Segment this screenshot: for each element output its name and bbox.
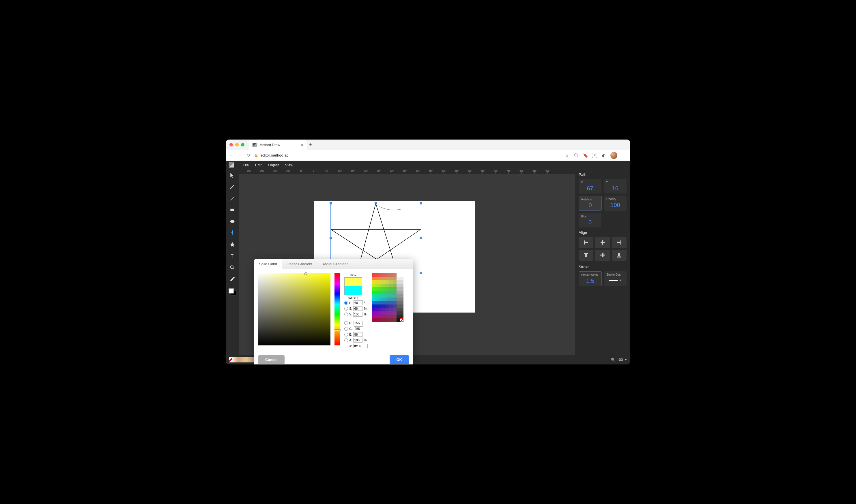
swatch[interactable] bbox=[372, 315, 375, 318]
resize-handle[interactable] bbox=[420, 237, 422, 239]
swatch[interactable] bbox=[372, 298, 375, 301]
swatch[interactable] bbox=[396, 291, 400, 294]
swatch[interactable] bbox=[382, 284, 386, 287]
swatch[interactable] bbox=[386, 311, 389, 315]
swatch[interactable] bbox=[379, 298, 382, 301]
resize-handle[interactable] bbox=[375, 202, 377, 204]
prop-blur[interactable]: Blur0 bbox=[579, 213, 601, 228]
shape-tool[interactable] bbox=[228, 240, 236, 249]
swatch[interactable] bbox=[389, 308, 393, 311]
swatch[interactable] bbox=[389, 277, 393, 280]
align-top-button[interactable] bbox=[579, 250, 593, 260]
swatch[interactable] bbox=[400, 308, 404, 311]
swatch[interactable] bbox=[382, 301, 386, 305]
swatch[interactable] bbox=[372, 291, 375, 294]
swatch[interactable] bbox=[396, 284, 400, 287]
swatch[interactable] bbox=[396, 298, 400, 301]
swatch[interactable] bbox=[386, 294, 389, 298]
swatch[interactable] bbox=[379, 273, 382, 277]
swatch[interactable] bbox=[379, 291, 382, 294]
saturation-value-picker[interactable] bbox=[258, 273, 330, 345]
swatch[interactable] bbox=[386, 287, 389, 291]
swatch[interactable] bbox=[396, 280, 400, 284]
sat-radio[interactable] bbox=[344, 307, 348, 310]
swatch[interactable] bbox=[379, 318, 382, 322]
blue-radio[interactable] bbox=[344, 333, 348, 337]
swatch[interactable] bbox=[389, 305, 393, 308]
maximize-window-button[interactable] bbox=[241, 143, 244, 146]
swatch[interactable] bbox=[382, 305, 386, 308]
resize-handle[interactable] bbox=[330, 202, 332, 204]
swatch[interactable] bbox=[386, 318, 389, 322]
swatch[interactable] bbox=[375, 318, 379, 322]
new-tab-button[interactable]: + bbox=[309, 142, 312, 148]
swatch[interactable] bbox=[393, 273, 396, 277]
swatch[interactable] bbox=[375, 291, 379, 294]
swatch[interactable] bbox=[389, 294, 393, 298]
swatch[interactable] bbox=[382, 277, 386, 280]
swatch[interactable] bbox=[379, 280, 382, 284]
extension-icon[interactable]: 🔖 bbox=[583, 153, 588, 158]
swatch[interactable] bbox=[379, 315, 382, 318]
swatch[interactable] bbox=[396, 305, 400, 308]
swatch[interactable] bbox=[382, 311, 386, 315]
swatch[interactable] bbox=[386, 298, 389, 301]
align-center-h-button[interactable] bbox=[595, 237, 610, 248]
alpha-radio[interactable] bbox=[344, 339, 348, 342]
menu-file[interactable]: File bbox=[243, 163, 249, 167]
val-radio[interactable] bbox=[344, 312, 348, 316]
swatch[interactable] bbox=[400, 287, 404, 291]
forward-button[interactable]: → bbox=[238, 152, 243, 158]
swatch[interactable] bbox=[389, 280, 393, 284]
swatch[interactable] bbox=[372, 287, 375, 291]
swatch[interactable] bbox=[379, 308, 382, 311]
swatch[interactable] bbox=[386, 301, 389, 305]
fill-color-swatch[interactable] bbox=[228, 288, 234, 293]
swatch[interactable] bbox=[386, 315, 389, 318]
swatch[interactable] bbox=[379, 301, 382, 305]
swatch[interactable] bbox=[393, 315, 396, 318]
swatch[interactable] bbox=[400, 284, 404, 287]
browser-tab[interactable]: Method Draw × bbox=[249, 140, 307, 150]
swatch[interactable] bbox=[386, 277, 389, 280]
swatch[interactable] bbox=[393, 294, 396, 298]
resize-handle[interactable] bbox=[420, 202, 422, 204]
swatch[interactable] bbox=[386, 284, 389, 287]
swatch[interactable] bbox=[400, 277, 404, 280]
swatch[interactable] bbox=[379, 277, 382, 280]
select-tool[interactable] bbox=[228, 171, 236, 179]
swatch[interactable] bbox=[396, 273, 400, 277]
swatch[interactable] bbox=[386, 291, 389, 294]
swatch[interactable] bbox=[393, 311, 396, 315]
swatch[interactable] bbox=[372, 311, 375, 315]
zoom-control[interactable]: 🔍 100 ▼ bbox=[611, 358, 627, 362]
swatch[interactable] bbox=[379, 305, 382, 308]
swatch[interactable] bbox=[389, 291, 393, 294]
swatch[interactable] bbox=[382, 308, 386, 311]
swatch[interactable] bbox=[372, 318, 375, 322]
extension-icon-2[interactable]: ◐ bbox=[601, 153, 606, 158]
swatch[interactable] bbox=[393, 308, 396, 311]
swatch[interactable] bbox=[372, 280, 375, 284]
url-field[interactable]: 🔒 editor.method.ac bbox=[254, 153, 561, 158]
swatch[interactable] bbox=[379, 287, 382, 291]
swatch[interactable] bbox=[372, 301, 375, 305]
swatch[interactable] bbox=[393, 284, 396, 287]
swatch[interactable] bbox=[400, 298, 404, 301]
swatch[interactable] bbox=[393, 305, 396, 308]
swatch[interactable] bbox=[400, 318, 404, 322]
eyedropper-tool[interactable] bbox=[228, 275, 236, 283]
prop-x[interactable]: X67 bbox=[579, 179, 601, 194]
swatch[interactable] bbox=[372, 284, 375, 287]
hue-input[interactable] bbox=[354, 301, 363, 305]
swatch[interactable] bbox=[375, 277, 379, 280]
swatch[interactable] bbox=[389, 318, 393, 322]
swatch[interactable] bbox=[396, 308, 400, 311]
tab-solid-color[interactable]: Solid Color bbox=[254, 259, 282, 269]
red-input[interactable] bbox=[354, 321, 363, 325]
green-radio[interactable] bbox=[344, 327, 348, 331]
notion-icon[interactable]: N bbox=[592, 153, 597, 158]
swatch[interactable] bbox=[386, 308, 389, 311]
resize-handle[interactable] bbox=[330, 237, 332, 239]
stroke-dash-field[interactable]: Stroke Dash ▼ bbox=[604, 271, 627, 286]
